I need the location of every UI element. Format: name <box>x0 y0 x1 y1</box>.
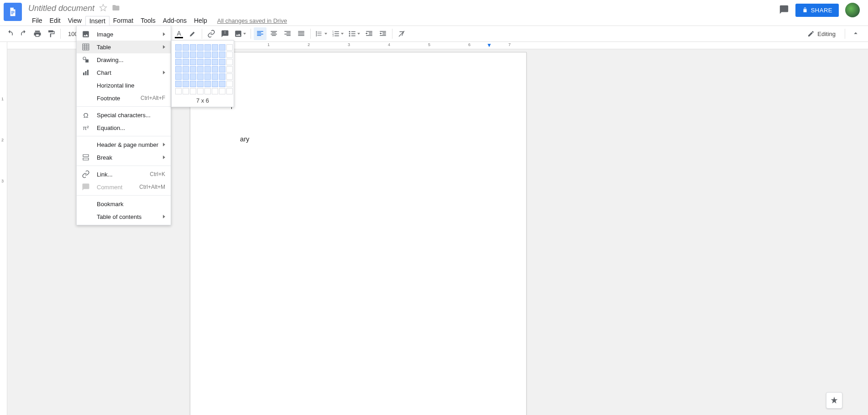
table-picker-cell[interactable] <box>226 73 233 80</box>
docs-logo[interactable] <box>4 3 22 21</box>
table-picker-cell[interactable] <box>175 81 182 87</box>
menu-format[interactable]: Format <box>110 16 137 25</box>
table-picker-cell[interactable] <box>226 81 233 87</box>
table-picker-cell[interactable] <box>219 81 225 87</box>
table-picker-cell[interactable] <box>175 59 182 65</box>
table-picker-cell[interactable] <box>204 73 211 80</box>
table-picker-cell[interactable] <box>175 44 182 51</box>
menu-item-equation[interactable]: π² Equation... <box>77 121 171 134</box>
table-picker-cell[interactable] <box>212 88 218 94</box>
paint-format-button[interactable] <box>45 27 58 40</box>
table-picker-cell[interactable] <box>183 59 189 65</box>
highlight-color-button[interactable] <box>186 27 199 40</box>
menu-file[interactable]: File <box>28 16 46 25</box>
menu-item-header-page-number[interactable]: Header & page number <box>77 138 171 151</box>
undo-button[interactable] <box>4 27 16 40</box>
table-picker-cell[interactable] <box>204 52 211 58</box>
menu-item-special-characters[interactable]: Ω Special characters... <box>77 109 171 121</box>
menu-view[interactable]: View <box>64 16 85 25</box>
explore-button[interactable] <box>826 392 842 409</box>
menu-edit[interactable]: Edit <box>46 16 64 25</box>
menu-insert[interactable]: Insert <box>85 16 110 26</box>
star-icon[interactable] <box>99 4 107 13</box>
align-right-button[interactable] <box>281 27 294 40</box>
decrease-indent-button[interactable] <box>363 27 376 40</box>
table-picker-cell[interactable] <box>190 73 196 80</box>
bulleted-list-button[interactable] <box>346 30 362 38</box>
menu-item-drawing[interactable]: Drawing... <box>77 53 171 66</box>
table-picker-cell[interactable] <box>204 44 211 51</box>
table-picker-cell[interactable] <box>197 59 204 65</box>
insert-link-button[interactable] <box>205 27 218 40</box>
table-picker-cell[interactable] <box>212 81 218 87</box>
table-picker-cell[interactable] <box>226 66 233 73</box>
open-comments-icon[interactable] <box>779 5 789 16</box>
document-title[interactable]: Untitled document <box>28 4 94 13</box>
table-picker-cell[interactable] <box>226 59 233 65</box>
menu-item-table[interactable]: Table <box>77 41 171 53</box>
table-picker-cell[interactable] <box>197 66 204 73</box>
table-picker-cell[interactable] <box>204 81 211 87</box>
line-spacing-button[interactable] <box>314 30 329 38</box>
numbered-list-button[interactable]: 123 <box>330 30 345 38</box>
table-picker-cell[interactable] <box>219 73 225 80</box>
table-picker-cell[interactable] <box>204 59 211 65</box>
table-picker-cell[interactable] <box>175 52 182 58</box>
share-button[interactable]: SHARE <box>795 4 839 17</box>
menu-item-link[interactable]: Link... Ctrl+K <box>77 168 171 181</box>
table-picker-cell[interactable] <box>197 81 204 87</box>
table-picker-cell[interactable] <box>175 66 182 73</box>
menu-item-table-of-contents[interactable]: Table of contents <box>77 210 171 223</box>
menu-item-horizontal-line[interactable]: Horizontal line <box>77 79 171 92</box>
save-status[interactable]: All changes saved in Drive <box>217 17 287 24</box>
table-picker-cell[interactable] <box>204 88 211 94</box>
table-picker-cell[interactable] <box>175 88 182 94</box>
table-picker-grid[interactable] <box>175 44 230 94</box>
editing-mode-select[interactable]: Editing <box>807 30 838 37</box>
table-picker-cell[interactable] <box>212 73 218 80</box>
add-comment-button[interactable] <box>219 27 231 40</box>
table-picker-cell[interactable] <box>183 73 189 80</box>
menu-item-break[interactable]: Break <box>77 151 171 164</box>
align-justify-button[interactable] <box>295 27 308 40</box>
table-picker-cell[interactable] <box>226 44 233 51</box>
table-picker-cell[interactable] <box>190 44 196 51</box>
table-picker-cell[interactable] <box>183 88 189 94</box>
table-picker-cell[interactable] <box>204 66 211 73</box>
table-picker-cell[interactable] <box>190 81 196 87</box>
print-button[interactable] <box>31 27 44 40</box>
menu-item-bookmark[interactable]: Bookmark <box>77 197 171 210</box>
table-picker-cell[interactable] <box>219 52 225 58</box>
table-picker-cell[interactable] <box>212 44 218 51</box>
table-picker-cell[interactable] <box>212 59 218 65</box>
align-center-button[interactable] <box>267 27 280 40</box>
table-picker-cell[interactable] <box>226 88 233 94</box>
vertical-ruler[interactable]: 1 2 3 <box>0 42 7 415</box>
menu-item-image[interactable]: Image <box>77 28 171 41</box>
account-avatar[interactable] <box>845 3 860 17</box>
insert-image-button[interactable] <box>232 30 248 38</box>
text-color-button[interactable]: A <box>173 27 185 40</box>
increase-indent-button[interactable] <box>376 27 389 40</box>
redo-button[interactable] <box>17 27 30 40</box>
table-picker-cell[interactable] <box>190 59 196 65</box>
table-picker-cell[interactable] <box>183 66 189 73</box>
table-picker-cell[interactable] <box>219 88 225 94</box>
table-picker-cell[interactable] <box>190 66 196 73</box>
menu-addons[interactable]: Add-ons <box>159 16 190 25</box>
right-margin-marker[interactable]: ▼ <box>486 42 492 48</box>
collapse-toolbar-icon[interactable] <box>852 29 860 39</box>
table-picker-cell[interactable] <box>226 52 233 58</box>
menu-item-chart[interactable]: Chart <box>77 66 171 79</box>
table-picker-cell[interactable] <box>197 52 204 58</box>
clear-formatting-button[interactable] <box>395 27 408 40</box>
menu-item-footnote[interactable]: Footnote Ctrl+Alt+F <box>77 92 171 104</box>
table-picker-cell[interactable] <box>197 88 204 94</box>
table-picker-cell[interactable] <box>183 52 189 58</box>
table-picker-cell[interactable] <box>197 44 204 51</box>
menu-help[interactable]: Help <box>190 16 211 25</box>
table-picker-cell[interactable] <box>212 66 218 73</box>
document-page[interactable] <box>190 52 527 415</box>
table-picker-cell[interactable] <box>190 88 196 94</box>
table-picker-cell[interactable] <box>183 81 189 87</box>
